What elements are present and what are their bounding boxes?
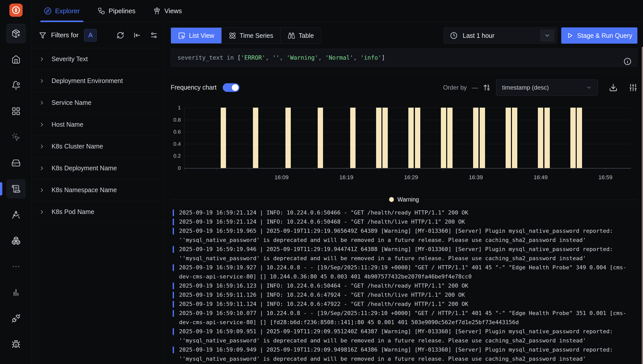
format-options-button[interactable] xyxy=(629,83,637,92)
top-tab-label: Pipelines xyxy=(109,7,136,15)
sidebar-item-more-options[interactable] xyxy=(6,257,26,276)
log-line: 2025-09-19 16:59:21.124 | INFO: 10.224.0… xyxy=(179,208,468,217)
y-axis-tick-label: 0.4 xyxy=(169,141,181,147)
log-row[interactable]: 2025-09-19 16:59:19.965 | 2025-09-19T11:… xyxy=(171,226,638,245)
warning-bar xyxy=(221,108,226,168)
filter-group-label: Severity Text xyxy=(52,55,88,63)
boxes-icon xyxy=(11,236,21,245)
order-by-dash: — xyxy=(472,84,478,91)
sidebar-item-messaging-queues[interactable] xyxy=(6,231,26,250)
view-tab-table[interactable]: Table xyxy=(280,28,321,43)
log-row[interactable]: 2025-09-19 16:59:09.951 | 2025-09-19T11:… xyxy=(171,327,638,345)
download-icon xyxy=(609,83,618,92)
filter-settings-button[interactable] xyxy=(150,31,158,39)
sidebar-item-traces[interactable] xyxy=(6,127,26,147)
query-token-string: 'Warning' xyxy=(286,54,318,61)
top-tab-pipelines[interactable]: Pipelines xyxy=(94,0,139,22)
filter-group-severity-text[interactable]: Severity Text xyxy=(32,48,164,70)
log-row[interactable]: 2025-09-19 16:59:19.927 | 10.224.0.8 - -… xyxy=(171,263,638,281)
frequency-chart-toggle[interactable] xyxy=(223,83,239,92)
filter-group-k8s-cluster-name[interactable]: K8s Cluster Name xyxy=(32,136,164,157)
frequency-chart-label: Frequency chart xyxy=(171,84,217,91)
log-row[interactable]: 2025-09-19 16:59:21.124 | INFO: 10.224.0… xyxy=(171,208,638,217)
gridline xyxy=(184,156,631,156)
x-axis-tick-label: 16:19 xyxy=(339,174,353,181)
info-icon xyxy=(623,57,632,65)
play-icon xyxy=(567,32,573,39)
x-axis-tick xyxy=(541,169,541,171)
warning-bar xyxy=(480,108,485,168)
left-nav-rail xyxy=(0,0,32,364)
refresh-filters-button[interactable] xyxy=(117,31,124,39)
sidebar-item-infra-monitoring[interactable] xyxy=(6,153,26,173)
log-row[interactable]: 2025-09-19 16:59:21.124 | INFO: 10.224.0… xyxy=(171,217,638,226)
sidebar-item-exceptions[interactable] xyxy=(6,335,26,354)
top-tab-views[interactable]: Views xyxy=(150,0,185,22)
filter-group-label: K8s Namespace Name xyxy=(52,186,117,194)
download-logs-button[interactable] xyxy=(609,83,618,92)
filter-group-k8s-namespace-name[interactable]: K8s Namespace Name xyxy=(32,179,164,201)
frequency-chart-row: Frequency chart Order by — timestamp (de… xyxy=(171,73,637,95)
warning-bar xyxy=(577,108,582,168)
x-axis-tick-label: 16:49 xyxy=(534,174,548,181)
sidebar-item-home[interactable] xyxy=(6,50,26,69)
sidebar-item-integrations[interactable] xyxy=(6,309,26,328)
signoz-logo[interactable] xyxy=(9,4,23,17)
chevron-right-icon xyxy=(39,78,45,84)
time-range-selector[interactable]: Last 1 hour xyxy=(444,27,557,44)
sidebar-item-metrics[interactable] xyxy=(6,283,26,302)
query-expression-bar[interactable]: severity_text in ['ERROR', '', 'Warning'… xyxy=(171,49,637,67)
warning-bar xyxy=(473,108,478,168)
filter-group-service-name[interactable]: Service Name xyxy=(32,92,164,114)
chart-plot-area: 16:0916:1916:2916:3916:4916:59 xyxy=(184,108,631,168)
top-tab-explorer[interactable]: Explorer xyxy=(40,0,83,22)
sidebar-item-explorer-shortcut[interactable] xyxy=(6,360,26,364)
log-line: 2025-09-19 16:59:09.951 | 2025-09-19T11:… xyxy=(179,327,638,345)
stage-run-query-button[interactable]: Stage & Run Query xyxy=(561,27,637,44)
settings-icon xyxy=(150,31,158,39)
x-axis-tick xyxy=(508,169,508,171)
scrollbar[interactable] xyxy=(642,47,643,364)
warning-bar xyxy=(253,108,258,168)
log-row[interactable]: 2025-09-19 16:59:16.123 | INFO: 10.224.0… xyxy=(171,281,638,290)
log-row[interactable]: 2025-09-19 16:59:19.946 | 2025-09-19T11:… xyxy=(171,245,638,263)
query-token-string: 'info' xyxy=(360,54,381,61)
query-token-plain: , xyxy=(265,54,272,61)
sidebar-item-dashboards[interactable] xyxy=(6,102,26,121)
warning-bar xyxy=(350,108,356,168)
order-by-select[interactable]: timestamp (desc) xyxy=(496,79,598,96)
filter-group-k8s-pod-name[interactable]: K8s Pod Name xyxy=(32,201,164,223)
view-tab-list-view[interactable]: List View xyxy=(171,28,221,43)
log-severity-indicator xyxy=(173,328,174,335)
query-info-button[interactable] xyxy=(616,54,632,70)
warning-bar xyxy=(285,108,291,168)
clock-icon xyxy=(450,32,458,39)
sidebar-item-alerts[interactable] xyxy=(6,76,26,95)
chevron-right-icon xyxy=(39,100,45,106)
collapse-left-icon xyxy=(133,31,141,39)
filter-group-host-name[interactable]: Host Name xyxy=(32,114,164,136)
x-axis-tick xyxy=(249,169,249,171)
log-row[interactable]: 2025-09-19 16:59:11.126 | INFO: 10.224.0… xyxy=(171,290,638,300)
filter-group-deployment-environment[interactable]: Deployment Environment xyxy=(32,70,164,92)
log-row[interactable]: 2025-09-19 16:59:10.077 | 10.224.0.8 - -… xyxy=(171,309,638,327)
filter-group-k8s-deployment-name[interactable]: K8s Deployment Name xyxy=(32,157,164,179)
sidebar-item-get-started[interactable] xyxy=(6,24,26,43)
log-severity-indicator xyxy=(173,292,174,299)
log-row[interactable]: 2025-09-19 16:59:11.124 | INFO: 10.224.0… xyxy=(171,300,638,309)
sidebar-item-logs[interactable] xyxy=(6,179,26,198)
refresh-icon xyxy=(117,31,124,39)
sidebar-item-service-map[interactable] xyxy=(6,205,26,224)
x-axis-tick xyxy=(573,169,573,171)
view-tab-time-series[interactable]: Time Series xyxy=(221,28,280,43)
top-tab-label: Views xyxy=(164,7,182,15)
legend-item-warning[interactable]: Warning xyxy=(384,196,424,203)
collapse-filters-button[interactable] xyxy=(133,31,141,39)
log-severity-indicator xyxy=(173,209,174,216)
log-row[interactable]: 2025-09-19 16:59:09.949 | 2025-09-19T11:… xyxy=(171,345,638,363)
package-plus-icon xyxy=(11,29,21,38)
view-tabs: List ViewTime SeriesTable xyxy=(171,27,321,44)
filter-group-label: Service Name xyxy=(52,99,91,106)
query-badge[interactable]: A xyxy=(84,29,97,42)
log-severity-indicator xyxy=(173,283,174,289)
